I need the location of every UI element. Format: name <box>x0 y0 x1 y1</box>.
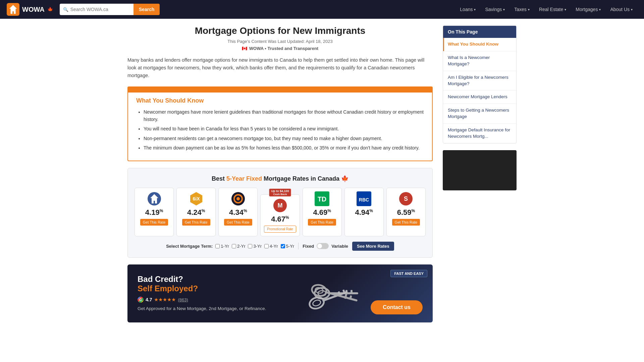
toc-item-2[interactable]: Am I Eligible for a Newcomers Mortgage? <box>443 71 516 91</box>
variable-label: Variable <box>331 244 348 249</box>
term-4yr-check[interactable] <box>264 244 269 248</box>
select-term-label: Select Mortgage Term: <box>166 244 213 249</box>
nav-item-real-estate[interactable]: Real Estate▾ <box>534 0 571 19</box>
banner-headline-1: Bad Credit? <box>138 275 423 284</box>
brand-logo[interactable]: WOWA 🍁 <box>7 3 53 16</box>
nav-item-mortgages[interactable]: Mortgages▾ <box>571 0 605 19</box>
rates-cards: 4.19% Get This Rate 6iX 4.24% Get This R… <box>135 188 426 236</box>
trusted-label: WOWA • Trusted and Transparent <box>249 46 318 51</box>
google-icon: G <box>138 297 144 303</box>
rating-stars: ★★★★★ <box>154 297 176 303</box>
toc-header: On This Page <box>443 26 516 38</box>
know-title: What You Should Know <box>136 97 424 104</box>
term-1yr[interactable]: 1-Yr <box>215 244 229 249</box>
term-1yr-check[interactable] <box>215 244 220 248</box>
know-item-3: The minimum down payment can be as low a… <box>144 144 424 152</box>
rates-title: Best 5-Year Fixed Mortgage Rates in Cana… <box>135 175 426 182</box>
review-count[interactable]: (863) <box>178 297 188 302</box>
svg-text:TD: TD <box>318 195 327 203</box>
sidebar: On This Page What You Should Know What I… <box>443 25 517 322</box>
lender-logo-6: S <box>398 191 413 206</box>
rate-number-0: 4.19% <box>145 208 163 217</box>
cashback-line2: Cash Back <box>271 193 289 196</box>
page-title: Mortgage Options for New Immigrants <box>127 25 433 36</box>
rate-logo-0 <box>147 191 162 206</box>
fixed-variable-toggle: Fixed Variable <box>303 243 348 249</box>
last-updated: This Page's Content Was Last Updated: Ap… <box>127 39 433 44</box>
rate-card-1: 6iX 4.24% Get This Rate <box>176 188 216 236</box>
trusted-badge: 🇨🇦 WOWA • Trusted and Transparent <box>127 46 433 51</box>
rate-card-2: 4.34% Get This Rate <box>218 188 258 236</box>
rate-card-4: TD 4.69% Get This Rate <box>303 188 342 236</box>
rate-number-4: 4.69% <box>313 208 331 217</box>
toc-item-1[interactable]: What Is a Newcomer Mortgage? <box>443 51 516 71</box>
rate-card-5: RBC 4.94% <box>344 188 384 236</box>
term-4yr[interactable]: 4-Yr <box>264 244 278 249</box>
toc-item-3[interactable]: Newcomer Mortgage Lenders <box>443 90 516 104</box>
nav-item-about-us[interactable]: About Us▾ <box>605 0 637 19</box>
rate-logo-3: M <box>273 198 287 213</box>
rate-number-2: 4.34% <box>229 208 247 217</box>
rate-number-5: 4.94% <box>355 208 373 217</box>
rate-number-6: 6.59% <box>397 208 415 217</box>
term-5yr-check[interactable] <box>281 244 285 248</box>
term-3yr[interactable]: 3-Yr <box>248 244 262 249</box>
svg-text:S: S <box>404 195 408 202</box>
rate-btn-3[interactable]: Promotional Rate <box>264 226 296 233</box>
lender-logo-0 <box>147 191 162 206</box>
term-selector: Select Mortgage Term: 1-Yr 2-Yr 3-Yr 4-Y… <box>166 244 294 249</box>
know-item-0: Newcomer mortgages have more lenient gui… <box>144 108 424 123</box>
svg-point-4 <box>153 198 155 200</box>
rate-btn-4[interactable]: Get This Rate <box>308 219 336 226</box>
search-button[interactable]: Search <box>133 4 160 15</box>
rate-btn-6[interactable]: Get This Rate <box>392 219 420 226</box>
rate-btn-2[interactable]: Get This Rate <box>224 219 252 226</box>
know-box-header <box>128 87 432 93</box>
rate-card-0: 4.19% Get This Rate <box>135 188 174 236</box>
toggle-switch[interactable] <box>317 243 329 249</box>
rate-card-3: Up to $4,100 Cash Back M 4.67% Promotion… <box>260 194 300 236</box>
toggle-knob <box>317 244 322 248</box>
rate-number-3: 4.67% <box>271 215 289 224</box>
rate-logo-5: RBC <box>357 191 371 206</box>
rate-number-1: 4.24% <box>187 208 205 217</box>
lender-logo-5: RBC <box>357 191 371 206</box>
know-item-2: Non-permanent residents can get a newcom… <box>144 135 424 142</box>
nav-item-loans[interactable]: Loans▾ <box>455 0 480 19</box>
search-icon: 🔍 <box>63 7 68 12</box>
nav-item-savings[interactable]: Savings▾ <box>480 0 509 19</box>
canada-flag-inline: 🇨🇦 <box>242 46 247 51</box>
rate-logo-2 <box>231 191 246 206</box>
rate-card-6: S 6.59% Get This Rate <box>386 188 426 236</box>
rates-controls: Select Mortgage Term: 1-Yr 2-Yr 3-Yr 4-Y… <box>135 242 426 251</box>
brand-name: WOWA <box>22 6 45 13</box>
svg-text:6iX: 6iX <box>193 196 200 201</box>
toc-item-4[interactable]: Steps to Getting a Newcomers Mortgage <box>443 104 516 124</box>
rate-logo-1: 6iX <box>189 191 204 206</box>
lender-logo-4: TD <box>315 191 329 206</box>
search-input[interactable] <box>70 7 130 12</box>
google-rating: G 4.7 ★★★★★ (863) <box>138 297 423 303</box>
term-2yr-check[interactable] <box>232 244 236 248</box>
cashback-badge: Up to $4,100 Cash Back <box>269 189 291 196</box>
know-item-1: You will need to have been in Canada for… <box>144 125 424 132</box>
rates-box: Best 5-Year Fixed Mortgage Rates in Cana… <box>127 168 433 258</box>
banner-description: Get Approved for a New Mortgage, 2nd Mor… <box>138 305 423 312</box>
bad-credit-banner: Bad Credit? Self Employed? G 4.7 ★★★★★ (… <box>127 264 433 322</box>
term-3yr-check[interactable] <box>248 244 252 248</box>
nav-item-taxes[interactable]: Taxes▾ <box>509 0 534 19</box>
rate-logo-6: S <box>398 191 413 206</box>
banner-headline-2: Self Employed? <box>138 284 423 293</box>
sidebar-toc: On This Page What You Should Know What I… <box>443 25 517 143</box>
toc-item-0[interactable]: What You Should Know <box>443 38 516 51</box>
lender-logo-3: M <box>273 198 287 213</box>
term-2yr[interactable]: 2-Yr <box>232 244 246 249</box>
rate-btn-0[interactable]: Get This Rate <box>140 219 168 226</box>
rate-btn-1[interactable]: Get This Rate <box>182 219 210 226</box>
lender-logo-1: 6iX <box>189 191 204 206</box>
see-more-button[interactable]: See More Rates <box>352 242 394 251</box>
term-5yr[interactable]: 5-Yr <box>281 244 294 249</box>
search-container: 🔍 Search <box>60 4 160 15</box>
svg-point-9 <box>236 197 240 200</box>
toc-item-5[interactable]: Mortgage Default Insurance for Newcomers… <box>443 124 516 143</box>
